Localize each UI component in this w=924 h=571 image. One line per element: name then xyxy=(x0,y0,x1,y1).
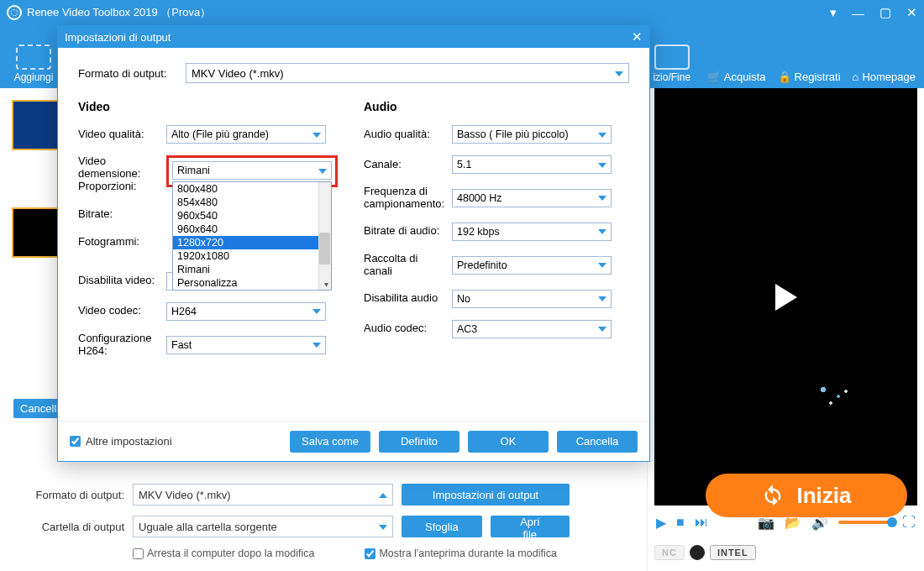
video-quality-label: Video qualità: xyxy=(78,128,158,141)
caret-down-icon xyxy=(598,227,606,236)
badge-nvenc: NC xyxy=(654,545,685,560)
ok-button[interactable]: OK xyxy=(468,431,549,453)
output-settings-dialog: Impostazioni di output ✕ Formato di outp… xyxy=(57,25,650,462)
lock-icon: 🔒 xyxy=(778,71,791,83)
video-size-option[interactable]: Rimani xyxy=(173,263,331,276)
output-format-select[interactable]: MKV Video (*.mkv) xyxy=(186,63,629,83)
maximize-icon[interactable]: ▢ xyxy=(879,5,891,20)
video-proportions-label: Proporzioni: xyxy=(78,181,158,193)
dialog-footer: Altre impostazioni Salva come Definito O… xyxy=(58,421,649,461)
quick-home[interactable]: ⌂Homepage xyxy=(853,71,916,83)
dialog-title: Impostazioni di output xyxy=(65,31,171,44)
scrollbar-track[interactable]: ▾ xyxy=(318,182,331,290)
output-folder-label: Cartella di output xyxy=(15,521,124,533)
fullscreen-icon[interactable]: ⛶ xyxy=(902,515,916,530)
play-icon[interactable] xyxy=(775,284,797,311)
section-heading-audio: Audio xyxy=(364,100,629,113)
default-button[interactable]: Definito xyxy=(379,431,459,453)
output-folder-select[interactable]: Uguale alla cartella sorgente xyxy=(133,516,393,537)
video-codec-label: Video codec: xyxy=(78,305,158,317)
video-h264-select[interactable]: Fast xyxy=(166,336,326,354)
audio-quality-label: Audio qualità: xyxy=(364,128,444,141)
audio-quality-select[interactable]: Basso ( File più piccolo) xyxy=(452,125,612,144)
audio-codec-select[interactable]: AC3 xyxy=(452,320,612,338)
toolbar-item-label: Aggiungi xyxy=(14,71,54,83)
cancel-button[interactable]: Cancella xyxy=(557,431,638,453)
caret-down-icon xyxy=(379,522,387,532)
audio-codec-label: Audio codec: xyxy=(364,322,444,335)
audio-bitrate-label: Bitrate di audio: xyxy=(364,225,444,238)
next-button-icon[interactable]: ⏭ xyxy=(695,515,708,530)
video-size-option[interactable]: 1280x720 xyxy=(173,236,331,249)
app-logo xyxy=(7,5,22,20)
caret-down-icon xyxy=(598,160,606,170)
collapse-icon[interactable]: ▾ xyxy=(830,5,837,20)
open-file-button[interactable]: Apri file xyxy=(491,516,570,537)
caret-up-icon xyxy=(379,490,387,500)
audio-channel-collection-select[interactable]: Predefinito xyxy=(452,256,612,275)
refresh-icon xyxy=(761,484,785,507)
hw-accel-badges: NC INTEL xyxy=(648,539,924,566)
audio-channel-select[interactable]: 5.1 xyxy=(452,155,612,174)
caret-down-icon xyxy=(312,306,321,316)
quick-buy[interactable]: 🛒Acquista xyxy=(707,71,766,83)
video-quality-select[interactable]: Alto (File più grande) xyxy=(166,125,326,144)
stop-button-icon[interactable]: ■ xyxy=(676,515,685,530)
audio-disable-label: Disabilita audio xyxy=(364,292,444,305)
video-size-option[interactable]: 960x540 xyxy=(173,209,331,223)
video-size-option[interactable]: 800x480 xyxy=(173,182,331,196)
close-icon[interactable]: ✕ xyxy=(906,5,917,20)
video-preview[interactable] xyxy=(654,88,917,506)
audio-samplerate-label: Frequenza di campionamento: xyxy=(364,186,444,211)
subtitle-icon xyxy=(654,45,690,70)
video-bitrate-label: Bitrate: xyxy=(78,208,158,221)
audio-bitrate-select[interactable]: 192 kbps xyxy=(452,223,612,241)
video-size-dropdown[interactable]: 800x480854x480960x540960x6401280x7201920… xyxy=(172,181,332,291)
video-size-select[interactable]: Rimani xyxy=(172,161,332,180)
output-format-label: Formato di output: xyxy=(78,67,177,80)
caret-down-icon xyxy=(312,340,321,349)
dialog-close-icon[interactable]: ✕ xyxy=(632,29,643,45)
video-fps-label: Fotogrammi: xyxy=(78,236,158,249)
output-format-select[interactable]: MKV Video (*.mkv) xyxy=(133,484,393,506)
scroll-down-icon[interactable]: ▾ xyxy=(324,280,328,289)
start-button[interactable]: Inizia xyxy=(706,474,907,517)
audio-channel-label: Canale: xyxy=(364,159,444,171)
caret-down-icon xyxy=(312,130,321,139)
preview-checkbox[interactable]: Mostra l'anteprima durante la modifica xyxy=(365,547,557,559)
home-icon: ⌂ xyxy=(853,71,859,83)
toolbar-item-subtitle[interactable]: izio/Fine xyxy=(648,45,696,83)
volume-slider[interactable] xyxy=(838,521,892,524)
play-button-icon[interactable]: ▶ xyxy=(656,515,666,531)
cart-icon: 🛒 xyxy=(707,71,721,83)
badge-intel-logo xyxy=(690,545,705,560)
caret-down-icon xyxy=(598,294,606,303)
audio-disable-select[interactable]: No xyxy=(452,290,612,308)
output-settings-button[interactable]: Impostazioni di output xyxy=(402,484,570,506)
toolbar-item-label: izio/Fine xyxy=(653,71,690,83)
window-title: Renee Video Toolbox 2019 （Prova） xyxy=(27,5,211,20)
caret-down-icon xyxy=(598,193,606,202)
caret-down-icon xyxy=(318,166,327,175)
video-size-option[interactable]: 854x480 xyxy=(173,196,331,209)
audio-settings-column: Audio Audio qualità:Basso ( File più pic… xyxy=(364,97,629,369)
caret-down-icon xyxy=(615,69,623,78)
badge-intel: INTEL xyxy=(710,545,756,560)
video-size-option[interactable]: 1920x1080 xyxy=(173,249,331,263)
toolbar-item-add[interactable]: Aggiungi xyxy=(8,45,59,83)
add-file-icon xyxy=(16,45,51,70)
quick-register[interactable]: 🔒Registrati xyxy=(778,71,841,83)
scrollbar-thumb[interactable] xyxy=(319,233,330,265)
shutdown-checkbox[interactable]: Arresta il computer dopo la modifica xyxy=(133,547,314,559)
browse-button[interactable]: Sfoglia xyxy=(402,516,482,537)
video-size-option[interactable]: Personalizza xyxy=(173,276,331,290)
dialog-title-bar: Impostazioni di output ✕ xyxy=(58,26,649,48)
video-codec-select[interactable]: H264 xyxy=(166,302,326,321)
video-size-option[interactable]: 960x640 xyxy=(173,223,331,236)
minimize-icon[interactable]: — xyxy=(852,6,864,20)
video-size-label: Video demensione: xyxy=(78,155,158,181)
save-as-button[interactable]: Salva come xyxy=(290,431,370,453)
more-settings-checkbox[interactable]: Altre impostazioni xyxy=(70,435,172,448)
caret-down-icon xyxy=(598,130,606,139)
audio-samplerate-select[interactable]: 48000 Hz xyxy=(452,189,612,207)
